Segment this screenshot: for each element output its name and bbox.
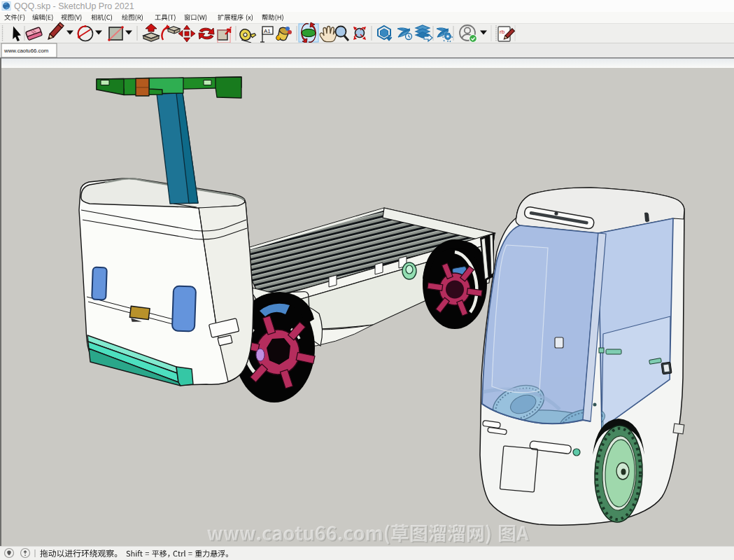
- svg-text:QQQ.skp - SketchUp Pro 2021: QQQ.skp - SketchUp Pro 2021: [14, 1, 134, 11]
- svg-text:rb: rb: [500, 29, 505, 35]
- svg-text:A1: A1: [264, 28, 271, 34]
- svg-text:www.caotu66.com: www.caotu66.com: [3, 48, 48, 54]
